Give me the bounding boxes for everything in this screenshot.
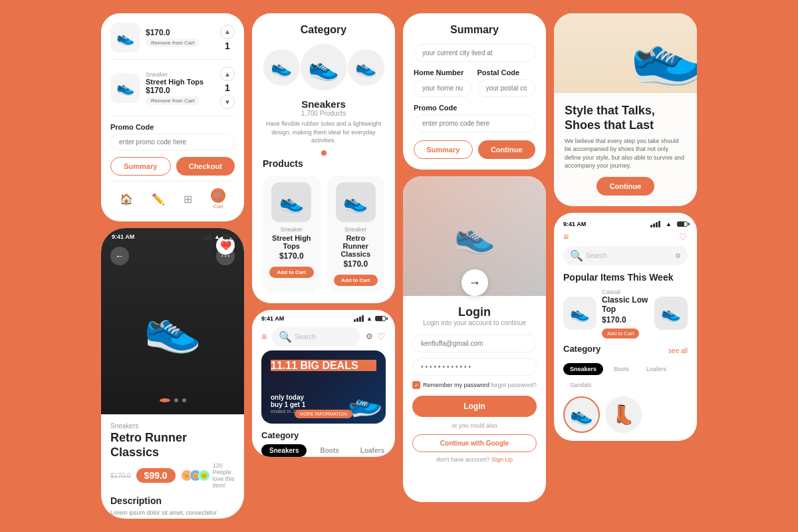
city-form-group [414,44,535,62]
cat-chip-boots[interactable]: Boots [312,444,346,457]
hero-card: 👟 Style that Talks, Shoes that Last We b… [554,13,697,206]
popular-cat-sandals[interactable]: Sandals [563,379,598,391]
remove-cart-item-1-button[interactable]: Remove from Cart [146,39,200,47]
popular-item-1-brand: Casual [602,289,649,295]
deals-battery-icon [375,316,386,321]
nav-cart-badge[interactable]: 🛒 Cart [211,188,225,209]
forgot-password-link[interactable]: forgot password? [491,382,537,388]
city-input[interactable] [414,44,535,62]
or-divider: or you could also [412,422,537,429]
deals-menu-icon[interactable]: ≡ [261,331,267,342]
popular-menu-icon[interactable]: ≡ [563,231,569,242]
qty-up-2[interactable]: ▲ [220,66,235,81]
promo-input[interactable] [110,134,235,150]
remember-checkbox[interactable]: ✓ [412,381,420,389]
popular-top-icons: ≡ ♡ [563,231,688,242]
back-button[interactable]: ← [110,247,129,265]
column-4: 👟 Style that Talks, Shoes that Last We b… [554,13,697,519]
deals-category-section: Category Sneakers Boots Loafers Sandals [252,424,395,457]
summary-page-button[interactable]: Summary [414,140,473,159]
popular-status-icons: ▲ [650,221,688,227]
cat-shoe-2[interactable]: 👢 [605,396,642,433]
deals-search-bar[interactable]: 🔍 Search [272,327,360,346]
deals-top-nav: ≡ 🔍 Search ⚙ ♡ [252,325,395,350]
status-icons-2: ▲ [201,233,233,240]
deals-more-button[interactable]: MORE INFORMATION [295,410,352,418]
hero-dots [160,398,186,402]
popular-cat-boots[interactable]: Boots [607,363,636,375]
hero-description: We believe that every step you take shou… [565,137,686,170]
dot-1 [160,398,170,402]
summary-title: Summary [414,24,535,36]
popular-add-cart-button[interactable]: Add to Cart [602,329,639,338]
column-2: Category 👟 👟 👟 Sneakers 1,700 Products H… [252,13,395,519]
qty-up-1[interactable]: ▲ [220,25,235,39]
home-input[interactable] [414,79,472,97]
nav-grid-icon[interactable]: ⊞ [184,193,192,205]
showcase-shoe-center: 👟 [301,44,347,90]
deals-search-text: Search [295,333,316,340]
popular-category-title: Category [563,344,600,354]
remove-cart-item-2-button[interactable]: Remove from Cart [146,96,200,105]
popular-item-1-info: Casual Classic Low Top $170.0 Add to Car… [602,289,649,338]
remember-row: ✓ Remember my password forgot password? [412,381,537,389]
checkout-button[interactable]: Checkout [176,157,235,176]
signal-icon [201,233,211,240]
popular-search-bar[interactable]: 🔍 Search ⚙ [563,246,688,265]
password-input[interactable] [412,358,537,376]
nav-home-icon[interactable]: 🏠 [120,193,133,205]
new-price: $99.0 [136,468,176,483]
popular-cat-loafers[interactable]: Loafers [640,363,673,375]
popular-heart-icon[interactable]: ♡ [679,231,688,242]
postal-input[interactable] [477,79,536,97]
deals-status-icons: ▲ [354,315,386,322]
cat-shoe-1[interactable]: 👟 [563,396,600,433]
deals-title-text: 11.11 BIG DEALS [271,360,376,372]
deals-filter-icon[interactable]: ⚙ [366,332,373,341]
signup-link[interactable]: Sign Up [491,456,513,463]
summary-continue-button[interactable]: Continue [478,140,536,159]
time-2: 9:41 AM [112,233,134,240]
popular-cat-sneakers[interactable]: Sneakers [563,363,603,375]
product-2-name: Retro Runner Classics [334,234,378,258]
product-name: Retro Runner Classics [110,431,235,460]
add-to-cart-1-button[interactable]: Add to Cart [269,267,314,278]
deals-signal-icon [354,315,364,322]
google-signin-button[interactable]: Continue with Google [412,434,537,452]
popular-filter-icon[interactable]: ⚙ [675,252,681,259]
showcase-shoe-right: 👟 [348,49,384,86]
deals-banner: 11.11 BIG DEALS only today buy 1 get 1 e… [261,350,386,424]
nav-search-icon[interactable]: ✏️ [152,193,165,205]
love-count-text: 120 People love this item! [213,462,235,489]
summary-promo-input[interactable] [414,114,535,132]
popular-status-bar: 9:41 AM ▲ [563,221,688,227]
deals-title: 11.11 BIG DEALS [271,360,376,372]
email-input[interactable] [412,334,537,352]
summary-button[interactable]: Summary [110,157,171,176]
popular-search-placeholder: Search [586,252,675,259]
hero-continue-button[interactable]: Continue [597,177,655,196]
old-price: $170.0 [110,472,131,479]
promo-form-group: Promo Code [414,104,535,132]
description-text: Lorem ipsum dolor sit amet, consectetur … [110,509,235,519]
popular-signal-icon [650,221,660,227]
cart-item-1-info: $170.0 Remove from Cart [146,28,215,47]
menu-dots-button[interactable]: ⋯ [216,247,235,265]
showcase-shoe-left: 👟 [263,49,300,86]
retro-runner-hero: 9:41 AM ▲ ← ⋯ 👟 [101,228,244,414]
deals-heart-icon[interactable]: ♡ [377,331,386,342]
category-card: Category 👟 👟 👟 Sneakers 1,700 Products H… [252,13,395,303]
promo-code-label: Promo Code [414,104,535,112]
product-1-price: $170.0 [269,251,314,261]
popular-see-all-link[interactable]: see all [668,347,688,354]
remember-left: ✓ Remember my password [412,381,489,389]
hero-text: Style that Talks, Shoes that Last We bel… [554,13,697,206]
cart-item-2-qty: 1 [225,82,230,93]
products-grid: 👟 Sneaker Street High Tops $170.0 Add to… [263,176,384,293]
add-to-cart-2-button[interactable]: Add to Cart [334,275,378,286]
cat-chip-sneakers[interactable]: Sneakers [261,444,307,457]
qty-down-2[interactable]: ▼ [220,94,235,109]
login-button[interactable]: Login [412,396,537,417]
cat-chip-loafers[interactable]: Loafers [352,444,392,457]
avatar-3: 😊 [198,469,210,481]
